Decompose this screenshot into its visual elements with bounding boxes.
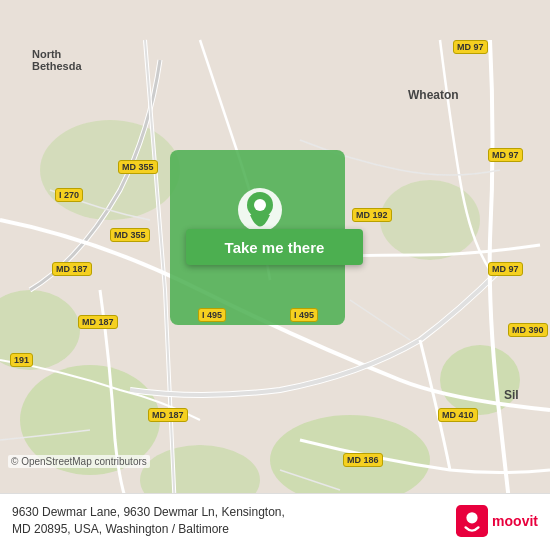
place-wheaton: Wheaton <box>408 88 459 102</box>
road-badge-md187-3: MD 187 <box>148 408 188 422</box>
road-badge-md187-1: MD 187 <box>52 262 92 276</box>
moovit-logo: moovit <box>456 505 538 537</box>
road-badge-i495-1: I 495 <box>198 308 226 322</box>
map-container: I 270 MD 355 MD 355 MD 187 MD 187 MD 187… <box>0 0 550 550</box>
svg-point-13 <box>467 512 478 523</box>
road-badge-md192: MD 192 <box>352 208 392 222</box>
place-north-bethesda: NorthBethesda <box>32 48 82 72</box>
address-text: 9630 Dewmar Lane, 9630 Dewmar Ln, Kensin… <box>12 504 446 538</box>
road-badge-md355-1: MD 355 <box>118 160 158 174</box>
moovit-icon <box>456 505 488 537</box>
road-badge-md97-3: MD 97 <box>488 262 523 276</box>
road-badge-md390: MD 390 <box>508 323 548 337</box>
bottom-bar: 9630 Dewmar Lane, 9630 Dewmar Ln, Kensin… <box>0 493 550 550</box>
osm-credit: © OpenStreetMap contributors <box>8 455 150 468</box>
road-badge-i270: I 270 <box>55 188 83 202</box>
take-me-there-button[interactable]: Take me there <box>186 229 363 265</box>
moovit-text: moovit <box>492 513 538 529</box>
place-silver-spring: Sil <box>504 388 519 402</box>
road-badge-md186: MD 186 <box>343 453 383 467</box>
road-badge-md97-1: MD 97 <box>453 40 488 54</box>
svg-point-6 <box>380 180 480 260</box>
road-badge-md97-2: MD 97 <box>488 148 523 162</box>
svg-point-11 <box>254 199 266 211</box>
road-badge-md355-2: MD 355 <box>110 228 150 242</box>
road-badge-md187-2: MD 187 <box>78 315 118 329</box>
road-badge-i495-2: I 495 <box>290 308 318 322</box>
road-badge-md410: MD 410 <box>438 408 478 422</box>
take-me-there-label: Take me there <box>225 239 325 256</box>
road-badge-191: 191 <box>10 353 33 367</box>
